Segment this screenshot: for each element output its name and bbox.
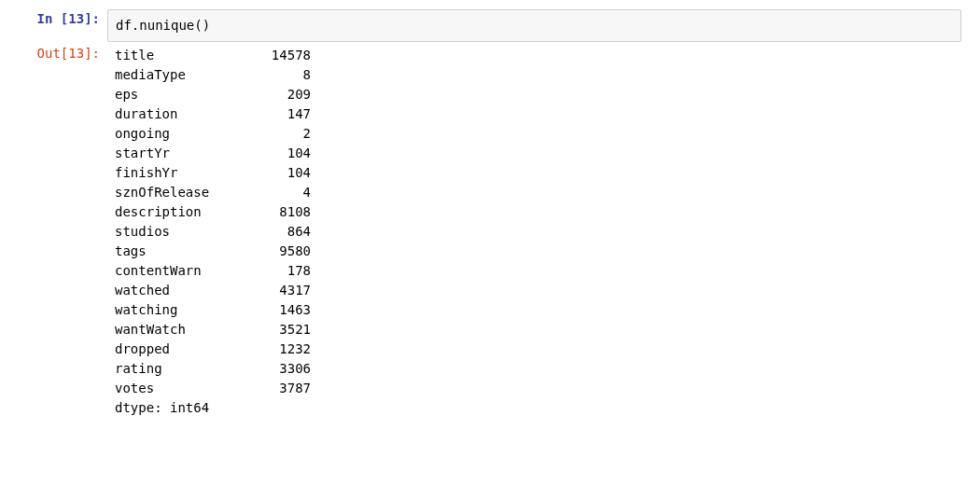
series-value: 4	[245, 183, 311, 202]
output-row: duration147	[115, 104, 961, 124]
series-value: 104	[245, 144, 311, 163]
series-index-name: votes	[115, 379, 245, 398]
output-row: title14578	[115, 46, 961, 65]
series-index-name: description	[115, 202, 245, 222]
series-value: 864	[245, 222, 311, 242]
series-value: 3306	[245, 359, 311, 379]
series-value: 9580	[245, 242, 311, 261]
series-index-name: title	[115, 46, 245, 65]
series-index-name: rating	[115, 359, 245, 379]
output-row: wantWatch3521	[115, 320, 961, 340]
series-index-name: watching	[115, 300, 245, 320]
code-input[interactable]: df.nunique()	[107, 9, 961, 42]
series-index-name: studios	[115, 222, 245, 242]
output-row: ongoing2	[115, 124, 961, 144]
series-value: 209	[245, 85, 311, 104]
output-cell: Out[13]: title14578mediaType8eps209durat…	[19, 44, 961, 420]
series-index-name: watched	[115, 281, 245, 300]
output-row: contentWarn178	[115, 261, 961, 281]
series-value: 1232	[245, 340, 311, 359]
output-prompt: Out[13]:	[19, 44, 107, 420]
output-row: eps209	[115, 85, 961, 104]
series-value: 3521	[245, 320, 311, 340]
output-row: finishYr104	[115, 163, 961, 183]
input-cell: In [13]: df.nunique()	[19, 9, 961, 42]
series-value: 8108	[245, 202, 311, 222]
series-index-name: wantWatch	[115, 320, 245, 340]
series-value: 3787	[245, 379, 311, 398]
output-row: tags9580	[115, 242, 961, 261]
output-text: title14578mediaType8eps209duration147ong…	[107, 44, 961, 420]
series-index-name: sznOfRelease	[115, 183, 245, 202]
series-index-name: ongoing	[115, 124, 245, 144]
output-row: sznOfRelease4	[115, 183, 961, 202]
series-index-name: contentWarn	[115, 261, 245, 281]
output-row: mediaType8	[115, 65, 961, 85]
series-value: 14578	[245, 46, 311, 65]
series-index-name: mediaType	[115, 65, 245, 85]
series-index-name: dropped	[115, 340, 245, 359]
output-row: studios864	[115, 222, 961, 242]
series-value: 2	[245, 124, 311, 144]
series-index-name: tags	[115, 242, 245, 261]
output-row: rating3306	[115, 359, 961, 379]
series-index-name: finishYr	[115, 163, 245, 183]
series-value: 104	[245, 163, 311, 183]
series-index-name: eps	[115, 85, 245, 104]
series-value: 4317	[245, 281, 311, 300]
series-value: 178	[245, 261, 311, 281]
output-row: votes3787	[115, 379, 961, 398]
input-prompt: In [13]:	[19, 9, 107, 42]
series-value: 147	[245, 104, 311, 124]
series-value: 1463	[245, 300, 311, 320]
output-row: description8108	[115, 202, 961, 222]
output-row: watched4317	[115, 281, 961, 300]
output-dtype: dtype: int64	[115, 398, 961, 418]
series-index-name: startYr	[115, 144, 245, 163]
output-row: watching1463	[115, 300, 961, 320]
series-value: 8	[245, 65, 311, 85]
series-index-name: duration	[115, 104, 245, 124]
output-row: dropped1232	[115, 340, 961, 359]
output-row: startYr104	[115, 144, 961, 163]
